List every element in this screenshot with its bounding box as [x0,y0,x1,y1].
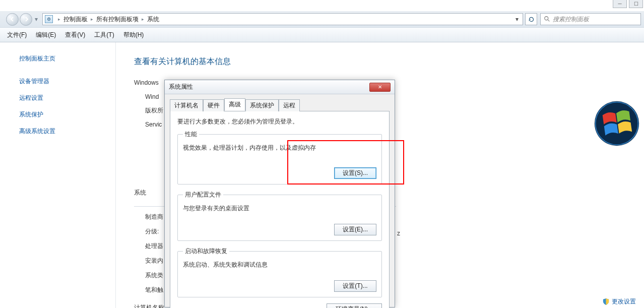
performance-settings-button[interactable]: 设置(S)... [334,167,376,179]
shield-icon [602,298,610,305]
chevron-right-icon: ▸ [91,17,93,22]
user-profile-group: 用户配置文件 与您登录有关的桌面设置 设置(E)... [177,191,382,241]
chevron-right-icon: ▸ [142,17,144,22]
dialog-title-bar[interactable]: 系统属性 ✕ [165,80,395,94]
performance-group: 性能 视觉效果，处理器计划，内存使用，以及虚拟内存 设置(S)... [177,130,382,184]
startup-recovery-legend: 启动和故障恢复 [183,247,229,256]
tab-hardware[interactable]: 硬件 [203,99,224,111]
startup-recovery-group: 启动和故障恢复 系统启动、系统失败和调试信息 设置(T)... [177,247,382,297]
menu-view[interactable]: 查看(V) [65,31,85,39]
search-input[interactable]: 搜索控制面板 [540,13,641,25]
svg-point-0 [545,17,548,20]
sidebar: 控制面板主页 设备管理器 远程设置 系统保护 高级系统设置 [0,42,116,308]
dialog-body: 要进行大多数更改，您必须作为管理员登录。 性能 视觉效果，处理器计划，内存使用，… [170,111,390,308]
tab-advanced[interactable]: 高级 [224,98,245,111]
breadcrumb-item[interactable]: 控制面板 [63,15,88,24]
system-properties-dialog: 系统属性 ✕ 计算机名 硬件 高级 系统保护 远程 要进行大多数更改，您必须作为… [164,80,395,307]
menu-help[interactable]: 帮助(H) [123,31,144,39]
chevron-right-icon: ▸ [58,17,60,22]
sidebar-device-manager[interactable]: 设备管理器 [19,77,115,86]
performance-legend: 性能 [183,130,199,139]
user-profile-desc: 与您登录有关的桌面设置 [183,204,376,213]
admin-note: 要进行大多数更改，您必须作为管理员登录。 [177,117,382,126]
change-settings-link[interactable]: 更改设置 [602,297,636,306]
sidebar-home[interactable]: 控制面板主页 [19,54,115,63]
nav-forward-button[interactable] [20,13,32,26]
user-profile-settings-button[interactable]: 设置(E)... [334,224,376,235]
dialog-title: 系统属性 [169,83,193,91]
startup-recovery-desc: 系统启动、系统失败和调试信息 [183,261,376,269]
startup-recovery-settings-button[interactable]: 设置(T)... [334,280,376,292]
nav-back-button[interactable] [6,13,19,26]
menu-edit[interactable]: 编辑(E) [36,31,56,39]
address-bar-row: ▾ ⚙ ▸ 控制面板 ▸ 所有控制面板项 ▸ 系统 ▾ 搜索控制面板 [0,11,644,27]
breadcrumb-item[interactable]: 所有控制面板项 [96,15,139,24]
breadcrumb-item[interactable]: 系统 [147,15,159,24]
change-settings-label: 更改设置 [612,297,636,306]
sidebar-advanced-settings[interactable]: 高级系统设置 [19,127,115,136]
svg-point-2 [595,101,639,146]
menu-bar: 文件(F) 编辑(E) 查看(V) 工具(T) 帮助(H) [0,27,644,42]
refresh-button[interactable] [525,13,537,25]
environment-variables-button[interactable]: 环境变量(N)... [327,303,382,308]
processor-suffix: z [397,230,400,237]
address-bar[interactable]: ⚙ ▸ 控制面板 ▸ 所有控制面板项 ▸ 系统 ▾ [42,13,523,25]
windows-logo-icon [594,100,640,147]
maximize-button[interactable]: ☐ [629,0,643,8]
svg-line-1 [548,20,550,22]
tab-remote[interactable]: 远程 [279,99,300,111]
close-button[interactable]: ✕ [369,83,391,92]
tab-system-protection[interactable]: 系统保护 [245,99,279,111]
performance-desc: 视觉效果，处理器计划，内存使用，以及虚拟内存 [183,144,376,152]
tab-computer-name[interactable]: 计算机名 [170,99,203,111]
search-icon [544,16,551,23]
page-title: 查看有关计算机的基本信息 [134,56,624,67]
sidebar-remote-settings[interactable]: 远程设置 [19,94,115,102]
user-profile-legend: 用户配置文件 [183,191,223,199]
menu-tools[interactable]: 工具(T) [94,31,114,39]
dialog-tabs: 计算机名 硬件 高级 系统保护 远程 [165,94,395,111]
control-panel-icon: ⚙ [45,15,53,23]
search-placeholder: 搜索控制面板 [553,15,589,24]
sidebar-system-protection[interactable]: 系统保护 [19,110,115,119]
menu-file[interactable]: 文件(F) [7,31,27,39]
address-dropdown[interactable]: ▾ [513,16,521,23]
nav-history-dropdown[interactable]: ▾ [33,16,39,23]
minimize-button[interactable]: ─ [613,0,627,8]
